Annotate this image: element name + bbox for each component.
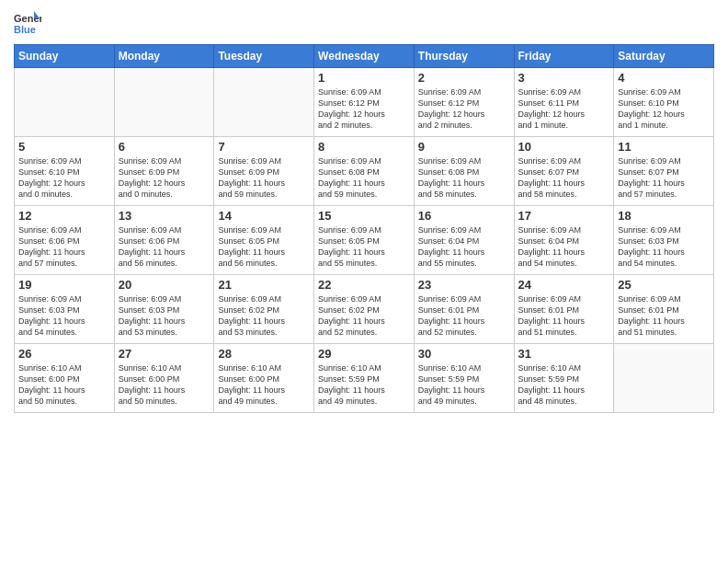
day-number: 4 — [618, 71, 710, 85]
day-info: Sunrise: 6:09 AM Sunset: 6:06 PM Dayligh… — [119, 224, 210, 270]
day-number: 6 — [119, 140, 210, 154]
weekday-header-thursday: Thursday — [414, 45, 514, 68]
weekday-header-friday: Friday — [514, 45, 614, 68]
day-info: Sunrise: 6:10 AM Sunset: 6:00 PM Dayligh… — [119, 362, 210, 408]
calendar: SundayMondayTuesdayWednesdayThursdayFrid… — [14, 44, 714, 413]
day-info: Sunrise: 6:09 AM Sunset: 6:02 PM Dayligh… — [218, 293, 310, 339]
calendar-cell: 24Sunrise: 6:09 AM Sunset: 6:01 PM Dayli… — [514, 275, 614, 344]
calendar-cell: 4Sunrise: 6:09 AM Sunset: 6:10 PM Daylig… — [614, 68, 714, 137]
calendar-cell: 22Sunrise: 6:09 AM Sunset: 6:02 PM Dayli… — [314, 275, 415, 344]
calendar-cell: 11Sunrise: 6:09 AM Sunset: 6:07 PM Dayli… — [614, 137, 714, 206]
calendar-cell — [15, 68, 115, 137]
day-info: Sunrise: 6:09 AM Sunset: 6:05 PM Dayligh… — [218, 224, 310, 270]
calendar-cell: 5Sunrise: 6:09 AM Sunset: 6:10 PM Daylig… — [15, 137, 115, 206]
logo: General Blue — [14, 9, 41, 37]
day-info: Sunrise: 6:09 AM Sunset: 6:11 PM Dayligh… — [518, 86, 610, 132]
calendar-cell: 25Sunrise: 6:09 AM Sunset: 6:01 PM Dayli… — [614, 275, 714, 344]
day-info: Sunrise: 6:09 AM Sunset: 6:10 PM Dayligh… — [618, 86, 710, 132]
calendar-cell: 14Sunrise: 6:09 AM Sunset: 6:05 PM Dayli… — [214, 206, 314, 275]
svg-text:Blue: Blue — [14, 24, 36, 35]
day-info: Sunrise: 6:09 AM Sunset: 6:09 PM Dayligh… — [218, 155, 310, 201]
calendar-cell — [114, 68, 214, 137]
calendar-cell: 15Sunrise: 6:09 AM Sunset: 6:05 PM Dayli… — [314, 206, 415, 275]
day-number: 23 — [418, 278, 510, 292]
day-info: Sunrise: 6:09 AM Sunset: 6:09 PM Dayligh… — [119, 155, 210, 201]
day-number: 16 — [418, 209, 510, 223]
day-number: 17 — [518, 209, 610, 223]
calendar-cell: 26Sunrise: 6:10 AM Sunset: 6:00 PM Dayli… — [15, 344, 115, 413]
day-number: 14 — [218, 209, 310, 223]
day-number: 1 — [318, 71, 410, 85]
calendar-cell: 20Sunrise: 6:09 AM Sunset: 6:03 PM Dayli… — [114, 275, 214, 344]
calendar-cell: 27Sunrise: 6:10 AM Sunset: 6:00 PM Dayli… — [114, 344, 214, 413]
day-info: Sunrise: 6:10 AM Sunset: 5:59 PM Dayligh… — [418, 362, 510, 408]
day-number: 9 — [418, 140, 510, 154]
calendar-cell: 17Sunrise: 6:09 AM Sunset: 6:04 PM Dayli… — [514, 206, 614, 275]
day-number: 22 — [318, 278, 410, 292]
day-info: Sunrise: 6:10 AM Sunset: 5:59 PM Dayligh… — [318, 362, 410, 408]
day-info: Sunrise: 6:09 AM Sunset: 6:04 PM Dayligh… — [518, 224, 610, 270]
day-info: Sunrise: 6:10 AM Sunset: 6:00 PM Dayligh… — [218, 362, 310, 408]
calendar-cell: 6Sunrise: 6:09 AM Sunset: 6:09 PM Daylig… — [114, 137, 214, 206]
day-number: 10 — [518, 140, 610, 154]
day-number: 11 — [618, 140, 710, 154]
day-info: Sunrise: 6:09 AM Sunset: 6:07 PM Dayligh… — [518, 155, 610, 201]
day-number: 18 — [618, 209, 710, 223]
day-number: 30 — [418, 347, 510, 361]
day-number: 7 — [218, 140, 310, 154]
calendar-cell: 29Sunrise: 6:10 AM Sunset: 5:59 PM Dayli… — [314, 344, 415, 413]
calendar-cell: 16Sunrise: 6:09 AM Sunset: 6:04 PM Dayli… — [414, 206, 514, 275]
weekday-header-wednesday: Wednesday — [314, 45, 415, 68]
day-info: Sunrise: 6:09 AM Sunset: 6:01 PM Dayligh… — [518, 293, 610, 339]
day-number: 24 — [518, 278, 610, 292]
day-info: Sunrise: 6:09 AM Sunset: 6:12 PM Dayligh… — [318, 86, 410, 132]
logo-icon: General Blue — [14, 9, 41, 37]
calendar-cell: 12Sunrise: 6:09 AM Sunset: 6:06 PM Dayli… — [15, 206, 115, 275]
weekday-header-monday: Monday — [114, 45, 214, 68]
day-number: 28 — [218, 347, 310, 361]
day-info: Sunrise: 6:09 AM Sunset: 6:03 PM Dayligh… — [618, 224, 710, 270]
day-number: 26 — [18, 347, 110, 361]
calendar-cell: 2Sunrise: 6:09 AM Sunset: 6:12 PM Daylig… — [414, 68, 514, 137]
weekday-header-tuesday: Tuesday — [214, 45, 314, 68]
day-number: 3 — [518, 71, 610, 85]
calendar-cell: 10Sunrise: 6:09 AM Sunset: 6:07 PM Dayli… — [514, 137, 614, 206]
header: General Blue — [14, 9, 714, 37]
day-info: Sunrise: 6:09 AM Sunset: 6:08 PM Dayligh… — [318, 155, 410, 201]
day-number: 21 — [218, 278, 310, 292]
day-number: 2 — [418, 71, 510, 85]
day-info: Sunrise: 6:09 AM Sunset: 6:07 PM Dayligh… — [618, 155, 710, 201]
calendar-cell: 8Sunrise: 6:09 AM Sunset: 6:08 PM Daylig… — [314, 137, 415, 206]
calendar-cell: 21Sunrise: 6:09 AM Sunset: 6:02 PM Dayli… — [214, 275, 314, 344]
day-number: 8 — [318, 140, 410, 154]
day-info: Sunrise: 6:09 AM Sunset: 6:06 PM Dayligh… — [18, 224, 110, 270]
calendar-cell: 30Sunrise: 6:10 AM Sunset: 5:59 PM Dayli… — [414, 344, 514, 413]
day-number: 25 — [618, 278, 710, 292]
day-number: 15 — [318, 209, 410, 223]
day-info: Sunrise: 6:09 AM Sunset: 6:03 PM Dayligh… — [18, 293, 110, 339]
day-number: 13 — [119, 209, 210, 223]
weekday-header-sunday: Sunday — [15, 45, 115, 68]
day-number: 27 — [119, 347, 210, 361]
calendar-cell: 1Sunrise: 6:09 AM Sunset: 6:12 PM Daylig… — [314, 68, 415, 137]
day-number: 29 — [318, 347, 410, 361]
day-number: 12 — [18, 209, 110, 223]
calendar-cell: 13Sunrise: 6:09 AM Sunset: 6:06 PM Dayli… — [114, 206, 214, 275]
calendar-cell: 28Sunrise: 6:10 AM Sunset: 6:00 PM Dayli… — [214, 344, 314, 413]
day-info: Sunrise: 6:09 AM Sunset: 6:01 PM Dayligh… — [618, 293, 710, 339]
day-info: Sunrise: 6:09 AM Sunset: 6:03 PM Dayligh… — [119, 293, 210, 339]
calendar-cell: 9Sunrise: 6:09 AM Sunset: 6:08 PM Daylig… — [414, 137, 514, 206]
day-info: Sunrise: 6:09 AM Sunset: 6:02 PM Dayligh… — [318, 293, 410, 339]
calendar-cell: 23Sunrise: 6:09 AM Sunset: 6:01 PM Dayli… — [414, 275, 514, 344]
calendar-cell: 18Sunrise: 6:09 AM Sunset: 6:03 PM Dayli… — [614, 206, 714, 275]
day-number: 31 — [518, 347, 610, 361]
day-info: Sunrise: 6:09 AM Sunset: 6:10 PM Dayligh… — [18, 155, 110, 201]
day-info: Sunrise: 6:09 AM Sunset: 6:04 PM Dayligh… — [418, 224, 510, 270]
calendar-cell: 19Sunrise: 6:09 AM Sunset: 6:03 PM Dayli… — [15, 275, 115, 344]
calendar-cell: 7Sunrise: 6:09 AM Sunset: 6:09 PM Daylig… — [214, 137, 314, 206]
calendar-cell: 3Sunrise: 6:09 AM Sunset: 6:11 PM Daylig… — [514, 68, 614, 137]
day-info: Sunrise: 6:10 AM Sunset: 6:00 PM Dayligh… — [18, 362, 110, 408]
calendar-cell — [214, 68, 314, 137]
day-number: 20 — [119, 278, 210, 292]
day-info: Sunrise: 6:10 AM Sunset: 5:59 PM Dayligh… — [518, 362, 610, 408]
